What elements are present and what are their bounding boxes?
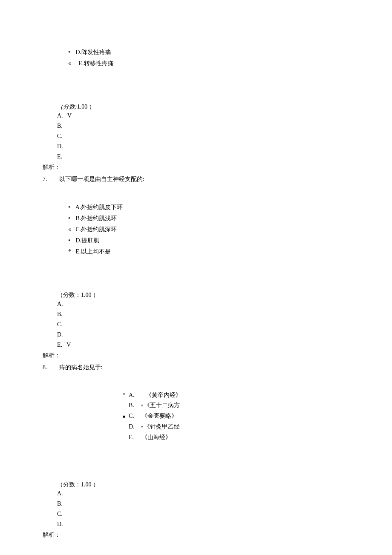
letter-d: D. (129, 422, 140, 432)
ditto-mark: 〃 (140, 422, 144, 432)
q8-option-e: 《山海经》 (141, 432, 171, 443)
bullet-icon (68, 213, 74, 224)
score-value: 1.00 ） (77, 104, 95, 110)
answer-e: E. (57, 153, 62, 160)
bullet-icon (68, 235, 74, 246)
score-label: （分数: (57, 104, 77, 110)
q8-stem: 痔的病名始见于: (59, 364, 103, 371)
q8-option-c: 《金匮要略》 (141, 411, 177, 421)
answer-a: A. (57, 112, 63, 119)
bullet-icon (68, 47, 74, 58)
answer-b: B. (57, 311, 63, 317)
q6-option-e: E.转移性疼痛 (79, 60, 114, 66)
q7-option-c: C.外括约肌深环 (76, 226, 117, 233)
q7-number: 7. (43, 174, 55, 185)
q6-option-d: D.阵发性疼痛 (76, 49, 112, 55)
answer-c: C. (57, 321, 63, 328)
check-mark: V (66, 342, 71, 348)
q7-option-b: B.外括约肌浅环 (76, 215, 117, 221)
square-icon (119, 411, 129, 422)
letter-b: B. (129, 400, 140, 411)
bullet-icon (68, 58, 74, 69)
q8-option-a: 《黄帝内经》 (146, 390, 182, 400)
answer-e: E. (57, 342, 62, 348)
answer-d: D. (57, 143, 63, 150)
q8-number: 8. (43, 362, 55, 373)
q8-option-b: 《五十二病方 (144, 400, 180, 411)
q7-option-d: D.提肛肌 (76, 237, 100, 244)
score-value: 1.00 ） (81, 292, 99, 298)
answer-a: A. (57, 301, 63, 307)
q7-option-e: E.以上均不是 (76, 248, 111, 255)
bullet-icon (68, 202, 74, 213)
q7-stem: 以下哪一项是由自主神经支配的: (59, 176, 144, 182)
bullet-icon (68, 224, 74, 235)
score-label: （分数： (57, 481, 81, 488)
analysis-label: 解析： (43, 162, 349, 173)
score-label: （分数： (57, 292, 81, 298)
bullet-icon (68, 246, 74, 257)
q7-option-a: A.外括约肌皮下环 (75, 204, 123, 210)
answer-b: B. (57, 123, 63, 129)
answer-c: C. (57, 511, 63, 517)
letter-e: E. (129, 432, 140, 443)
score-value: 1.00 ） (81, 481, 99, 488)
letter-c: C. (129, 411, 140, 421)
bullet-icon (119, 390, 129, 400)
answer-d: D. (57, 331, 63, 338)
analysis-label: 解析： (43, 529, 349, 541)
answer-c: C. (57, 133, 63, 139)
ditto-mark: 〃 (140, 401, 144, 411)
answer-d: D. (57, 521, 63, 527)
letter-a: A. (129, 390, 140, 400)
answer-a: A. (57, 490, 63, 497)
analysis-label: 解析： (43, 350, 349, 361)
check-mark: V (67, 112, 72, 119)
q8-option-d: 《针灸甲乙经 (144, 422, 180, 432)
answer-b: B. (57, 500, 63, 507)
